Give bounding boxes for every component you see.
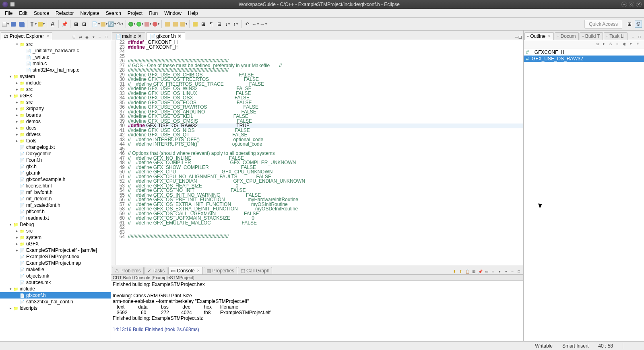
open-perspective-button[interactable]: ⊞ bbox=[626, 21, 633, 28]
close-icon[interactable]: ✕ bbox=[138, 33, 142, 39]
expander-icon[interactable]: ▸ bbox=[14, 119, 19, 124]
bottom-tab-problems[interactable]: ⚠Problems bbox=[112, 267, 144, 274]
hide-inactive-button[interactable]: ◐ bbox=[623, 42, 629, 47]
menu-file[interactable]: File bbox=[2, 10, 16, 17]
quick-access-input[interactable]: Quick Access bbox=[584, 20, 622, 29]
tree-item[interactable]: ▸ExampleSTMProject.elf - [arm/le] bbox=[0, 247, 111, 253]
tree-item[interactable]: stm32f4xx_hal_msp.c bbox=[0, 67, 111, 73]
menu-window[interactable]: Window bbox=[161, 10, 185, 17]
back-button[interactable]: ← bbox=[252, 21, 259, 28]
expander-icon[interactable]: ▸ bbox=[14, 235, 19, 239]
open-console-button[interactable]: ▾ bbox=[503, 269, 509, 274]
build-config-button[interactable] bbox=[37, 21, 45, 28]
menu-navigate[interactable]: Navigate bbox=[77, 10, 102, 17]
tree-item[interactable]: pffconf.h bbox=[0, 208, 111, 215]
expander-icon[interactable]: ▸ bbox=[14, 132, 19, 136]
tree-item[interactable]: ffconf.h bbox=[0, 157, 111, 163]
maximize-view-button[interactable]: □ bbox=[103, 34, 109, 40]
tree-item[interactable]: ExampleSTMProject.hex bbox=[0, 253, 111, 260]
tree-item[interactable]: objects.mk bbox=[0, 273, 111, 279]
new-folder-button[interactable] bbox=[100, 21, 107, 28]
outline-body[interactable]: #_GFXCONF_H#GFX_USE_OS_RAW32 bbox=[524, 49, 644, 341]
console-output[interactable]: Finished building: ExampleSTMProject.hex… bbox=[111, 281, 523, 341]
refresh-button[interactable]: 🔄 bbox=[108, 21, 116, 28]
hide-static-button[interactable]: S bbox=[609, 42, 615, 47]
tree-item[interactable]: changelog.txt bbox=[0, 144, 111, 150]
tree-item[interactable]: _write.c bbox=[0, 54, 111, 60]
tree-item[interactable]: Doxygenfile bbox=[0, 150, 111, 157]
save-all-button[interactable] bbox=[18, 21, 25, 28]
view-menu-button[interactable]: ▾ bbox=[91, 34, 96, 40]
tree-item[interactable]: ▸src bbox=[0, 228, 111, 234]
expander-icon[interactable]: ▾ bbox=[8, 222, 13, 226]
tree-item[interactable]: ExampleSTMProject.map bbox=[0, 260, 111, 266]
project-explorer-tree[interactable]: ▾src_initialize_hardware.c_write.cmain.c… bbox=[0, 40, 111, 341]
tree-item[interactable]: ▾uGFX bbox=[0, 93, 111, 99]
tree-item[interactable]: ▸demos bbox=[0, 118, 111, 125]
outline-tab-build-t[interactable]: ▫Build T bbox=[580, 32, 603, 40]
close-button[interactable]: ✕ bbox=[636, 2, 642, 7]
scroll-button[interactable]: ≡ bbox=[490, 269, 496, 274]
sort-button[interactable]: az bbox=[596, 42, 601, 47]
tree-item[interactable]: stm32f4xx_hal_conf.h bbox=[0, 299, 111, 305]
maximize-bottom-button[interactable]: □ bbox=[516, 269, 522, 274]
tree-item[interactable]: mf_scaledfont.h bbox=[0, 202, 111, 208]
bring-to-top-button[interactable]: 📋 bbox=[464, 269, 470, 274]
tree-item[interactable]: ▸uGFX bbox=[0, 241, 111, 247]
forward-button[interactable]: → bbox=[260, 21, 267, 28]
minimize-button[interactable]: – bbox=[621, 2, 627, 7]
scroll-lock-button[interactable]: ⬇ bbox=[452, 269, 457, 274]
debug-button[interactable] bbox=[128, 21, 135, 28]
tree-item[interactable]: sources.mk bbox=[0, 279, 111, 286]
bottom-tab-tasks[interactable]: ✓Tasks bbox=[144, 267, 168, 274]
last-edit-button[interactable]: ↶ bbox=[244, 21, 251, 28]
next-ann-button[interactable]: ↓ bbox=[224, 21, 231, 28]
new-cpp-class-button[interactable]: 📄 bbox=[92, 21, 99, 28]
expander-icon[interactable]: ▸ bbox=[14, 248, 19, 252]
bottom-tab-call-graph[interactable]: ⬚Call Graph bbox=[238, 267, 272, 274]
menu-search[interactable]: Search bbox=[103, 10, 124, 17]
menu-project[interactable]: Project bbox=[124, 10, 146, 17]
expander-icon[interactable]: ▾ bbox=[8, 74, 13, 78]
outline-tab-docum[interactable]: ▫Docum bbox=[555, 32, 578, 40]
menu-refactor[interactable]: Refactor bbox=[52, 10, 77, 17]
editor-tab-gfxconf-h[interactable]: 📄gfxconf.h✕ bbox=[146, 32, 185, 40]
tree-item[interactable]: ▸src bbox=[0, 86, 111, 93]
expander-icon[interactable]: ▸ bbox=[14, 242, 19, 246]
expander-icon[interactable]: ▸ bbox=[14, 229, 19, 233]
expander-icon[interactable]: ▾ bbox=[8, 287, 13, 291]
tree-item[interactable]: ▾include bbox=[0, 286, 111, 292]
toggle-ws-button[interactable]: ¶ bbox=[208, 21, 215, 28]
new-console-button[interactable]: ▾ bbox=[497, 269, 502, 274]
toggle-mark-button[interactable] bbox=[192, 21, 199, 28]
toggle-block-button[interactable]: ⊞ bbox=[200, 21, 207, 28]
expander-icon[interactable]: ▸ bbox=[14, 113, 19, 117]
close-icon[interactable]: ✕ bbox=[548, 34, 551, 38]
new-project-button[interactable] bbox=[164, 21, 171, 28]
expander-icon[interactable]: ▸ bbox=[14, 81, 19, 85]
ext-tools-button[interactable] bbox=[152, 21, 159, 28]
expander-icon[interactable]: ▾ bbox=[8, 94, 13, 98]
tree-item[interactable]: readme.txt bbox=[0, 215, 111, 221]
bottom-tab-properties[interactable]: ▤Properties bbox=[204, 267, 237, 274]
maximize-button[interactable]: ◇ bbox=[629, 2, 634, 7]
menu-source[interactable]: Source bbox=[31, 10, 52, 17]
minimize-outline-button[interactable]: – bbox=[630, 34, 636, 40]
profile-button[interactable] bbox=[144, 21, 151, 28]
group-button[interactable]: # bbox=[637, 42, 642, 47]
tree-item[interactable]: ▸docs bbox=[0, 125, 111, 131]
hide-fields-button[interactable]: ● bbox=[603, 42, 608, 47]
pin-console-button[interactable]: 📌 bbox=[477, 269, 483, 274]
link-editor-button[interactable]: ⇄ bbox=[78, 34, 83, 40]
open-project-button[interactable] bbox=[172, 21, 179, 28]
more-proj-button[interactable] bbox=[180, 21, 187, 28]
collapse-all-button[interactable]: ⊟ bbox=[71, 34, 77, 40]
menu-run[interactable]: Run bbox=[146, 10, 161, 17]
outline-tab-outline[interactable]: ▫Outline✕ bbox=[524, 32, 554, 40]
tree-item[interactable]: ▸ldscripts bbox=[0, 305, 111, 311]
filter-button[interactable]: ▾ bbox=[630, 42, 636, 47]
outline-item[interactable]: #_GFXCONF_H bbox=[524, 49, 644, 56]
toggle-button[interactable]: ⊡ bbox=[80, 21, 88, 28]
maximize-editor-button[interactable]: □ bbox=[519, 34, 522, 40]
display-console-button[interactable]: ▭ bbox=[484, 269, 489, 274]
